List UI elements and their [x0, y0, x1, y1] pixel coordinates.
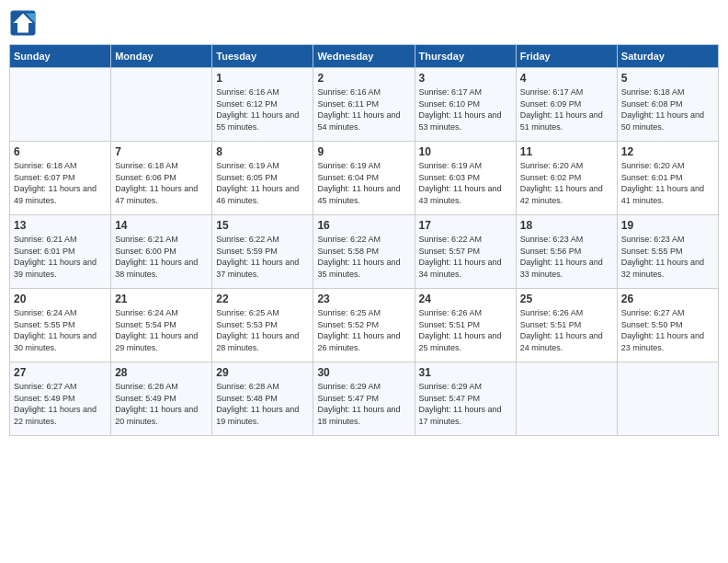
day-info: Sunrise: 6:20 AM Sunset: 6:01 PM Dayligh…: [621, 160, 714, 206]
day-number: 11: [520, 145, 613, 158]
page-header: [9, 9, 719, 37]
day-info: Sunrise: 6:26 AM Sunset: 5:51 PM Dayligh…: [520, 307, 613, 353]
day-info: Sunrise: 6:16 AM Sunset: 6:12 PM Dayligh…: [216, 86, 309, 132]
day-info: Sunrise: 6:27 AM Sunset: 5:50 PM Dayligh…: [621, 307, 714, 353]
day-number: 19: [621, 219, 714, 232]
calendar-week-row: 1Sunrise: 6:16 AM Sunset: 6:12 PM Daylig…: [10, 68, 719, 142]
day-info: Sunrise: 6:17 AM Sunset: 6:09 PM Dayligh…: [520, 86, 613, 132]
day-info: Sunrise: 6:22 AM Sunset: 5:59 PM Dayligh…: [216, 234, 309, 280]
day-number: 4: [520, 72, 613, 85]
day-number: 30: [317, 366, 410, 379]
calendar-cell: 29Sunrise: 6:28 AM Sunset: 5:48 PM Dayli…: [212, 362, 313, 436]
day-number: 29: [216, 366, 309, 379]
day-info: Sunrise: 6:17 AM Sunset: 6:10 PM Dayligh…: [419, 86, 512, 132]
logo: [9, 9, 40, 37]
calendar-week-row: 6Sunrise: 6:18 AM Sunset: 6:07 PM Daylig…: [10, 142, 719, 215]
day-info: Sunrise: 6:20 AM Sunset: 6:02 PM Dayligh…: [520, 160, 613, 206]
day-info: Sunrise: 6:19 AM Sunset: 6:04 PM Dayligh…: [317, 160, 410, 206]
day-number: 6: [14, 145, 107, 158]
calendar-cell: 21Sunrise: 6:24 AM Sunset: 5:54 PM Dayli…: [111, 289, 212, 362]
calendar-cell: 23Sunrise: 6:25 AM Sunset: 5:52 PM Dayli…: [313, 289, 415, 362]
day-number: 9: [317, 145, 410, 158]
calendar-cell: 20Sunrise: 6:24 AM Sunset: 5:55 PM Dayli…: [10, 289, 111, 362]
day-info: Sunrise: 6:21 AM Sunset: 6:01 PM Dayligh…: [14, 234, 107, 280]
day-number: 21: [115, 293, 208, 305]
calendar-cell: 25Sunrise: 6:26 AM Sunset: 5:51 PM Dayli…: [516, 289, 617, 362]
calendar-cell: 27Sunrise: 6:27 AM Sunset: 5:49 PM Dayli…: [10, 362, 111, 436]
day-info: Sunrise: 6:28 AM Sunset: 5:48 PM Dayligh…: [216, 381, 309, 427]
day-info: Sunrise: 6:25 AM Sunset: 5:52 PM Dayligh…: [317, 307, 410, 353]
day-number: 8: [216, 145, 309, 158]
day-info: Sunrise: 6:27 AM Sunset: 5:49 PM Dayligh…: [14, 381, 107, 427]
calendar-cell: 17Sunrise: 6:22 AM Sunset: 5:57 PM Dayli…: [415, 215, 516, 289]
calendar-cell: 6Sunrise: 6:18 AM Sunset: 6:07 PM Daylig…: [10, 142, 111, 215]
weekday-header-friday: Friday: [516, 45, 617, 68]
calendar-cell: 4Sunrise: 6:17 AM Sunset: 6:09 PM Daylig…: [516, 68, 617, 142]
day-number: 26: [621, 293, 714, 305]
calendar-cell: [10, 68, 111, 142]
day-info: Sunrise: 6:19 AM Sunset: 6:05 PM Dayligh…: [216, 160, 309, 206]
day-info: Sunrise: 6:18 AM Sunset: 6:07 PM Dayligh…: [14, 160, 107, 206]
calendar-week-row: 27Sunrise: 6:27 AM Sunset: 5:49 PM Dayli…: [10, 362, 719, 436]
calendar-cell: 15Sunrise: 6:22 AM Sunset: 5:59 PM Dayli…: [212, 215, 313, 289]
logo-icon: [9, 9, 37, 37]
calendar-cell: 11Sunrise: 6:20 AM Sunset: 6:02 PM Dayli…: [516, 142, 617, 215]
day-number: 3: [419, 72, 512, 85]
calendar-table: SundayMondayTuesdayWednesdayThursdayFrid…: [9, 44, 719, 436]
day-number: 12: [621, 145, 714, 158]
day-number: 2: [317, 72, 410, 85]
weekday-header-sunday: Sunday: [10, 45, 111, 68]
day-number: 31: [419, 366, 512, 379]
day-info: Sunrise: 6:24 AM Sunset: 5:54 PM Dayligh…: [115, 307, 208, 353]
day-number: 7: [115, 145, 208, 158]
calendar-cell: 2Sunrise: 6:16 AM Sunset: 6:11 PM Daylig…: [313, 68, 415, 142]
day-number: 5: [621, 72, 714, 85]
calendar-cell: 9Sunrise: 6:19 AM Sunset: 6:04 PM Daylig…: [313, 142, 415, 215]
calendar-cell: 14Sunrise: 6:21 AM Sunset: 6:00 PM Dayli…: [111, 215, 212, 289]
day-info: Sunrise: 6:18 AM Sunset: 6:08 PM Dayligh…: [621, 86, 714, 132]
day-number: 15: [216, 219, 309, 232]
day-info: Sunrise: 6:24 AM Sunset: 5:55 PM Dayligh…: [14, 307, 107, 353]
calendar-cell: 24Sunrise: 6:26 AM Sunset: 5:51 PM Dayli…: [415, 289, 516, 362]
day-number: 14: [115, 219, 208, 232]
weekday-header-saturday: Saturday: [617, 45, 718, 68]
calendar-cell: [111, 68, 212, 142]
day-number: 1: [216, 72, 309, 85]
day-info: Sunrise: 6:22 AM Sunset: 5:57 PM Dayligh…: [419, 234, 512, 280]
calendar-cell: [617, 362, 718, 436]
day-number: 18: [520, 219, 613, 232]
day-info: Sunrise: 6:23 AM Sunset: 5:55 PM Dayligh…: [621, 234, 714, 280]
day-number: 17: [419, 219, 512, 232]
calendar-cell: 16Sunrise: 6:22 AM Sunset: 5:58 PM Dayli…: [313, 215, 415, 289]
calendar-cell: 5Sunrise: 6:18 AM Sunset: 6:08 PM Daylig…: [617, 68, 718, 142]
calendar-cell: 12Sunrise: 6:20 AM Sunset: 6:01 PM Dayli…: [617, 142, 718, 215]
day-info: Sunrise: 6:29 AM Sunset: 5:47 PM Dayligh…: [317, 381, 410, 427]
calendar-cell: 1Sunrise: 6:16 AM Sunset: 6:12 PM Daylig…: [212, 68, 313, 142]
day-info: Sunrise: 6:25 AM Sunset: 5:53 PM Dayligh…: [216, 307, 309, 353]
calendar-cell: 30Sunrise: 6:29 AM Sunset: 5:47 PM Dayli…: [313, 362, 415, 436]
calendar-cell: 28Sunrise: 6:28 AM Sunset: 5:49 PM Dayli…: [111, 362, 212, 436]
day-info: Sunrise: 6:28 AM Sunset: 5:49 PM Dayligh…: [115, 381, 208, 427]
calendar-cell: 26Sunrise: 6:27 AM Sunset: 5:50 PM Dayli…: [617, 289, 718, 362]
calendar-cell: 31Sunrise: 6:29 AM Sunset: 5:47 PM Dayli…: [415, 362, 516, 436]
day-info: Sunrise: 6:29 AM Sunset: 5:47 PM Dayligh…: [419, 381, 512, 427]
day-number: 10: [419, 145, 512, 158]
day-info: Sunrise: 6:19 AM Sunset: 6:03 PM Dayligh…: [419, 160, 512, 206]
calendar-cell: 13Sunrise: 6:21 AM Sunset: 6:01 PM Dayli…: [10, 215, 111, 289]
weekday-header-tuesday: Tuesday: [212, 45, 313, 68]
weekday-header-row: SundayMondayTuesdayWednesdayThursdayFrid…: [10, 45, 719, 68]
calendar-week-row: 13Sunrise: 6:21 AM Sunset: 6:01 PM Dayli…: [10, 215, 719, 289]
calendar-cell: 10Sunrise: 6:19 AM Sunset: 6:03 PM Dayli…: [415, 142, 516, 215]
day-number: 13: [14, 219, 107, 232]
day-number: 16: [317, 219, 410, 232]
day-info: Sunrise: 6:16 AM Sunset: 6:11 PM Dayligh…: [317, 86, 410, 132]
weekday-header-thursday: Thursday: [415, 45, 516, 68]
day-info: Sunrise: 6:18 AM Sunset: 6:06 PM Dayligh…: [115, 160, 208, 206]
day-number: 28: [115, 366, 208, 379]
calendar-cell: 7Sunrise: 6:18 AM Sunset: 6:06 PM Daylig…: [111, 142, 212, 215]
calendar-cell: 8Sunrise: 6:19 AM Sunset: 6:05 PM Daylig…: [212, 142, 313, 215]
weekday-header-wednesday: Wednesday: [313, 45, 415, 68]
day-info: Sunrise: 6:23 AM Sunset: 5:56 PM Dayligh…: [520, 234, 613, 280]
calendar-week-row: 20Sunrise: 6:24 AM Sunset: 5:55 PM Dayli…: [10, 289, 719, 362]
calendar-cell: 18Sunrise: 6:23 AM Sunset: 5:56 PM Dayli…: [516, 215, 617, 289]
